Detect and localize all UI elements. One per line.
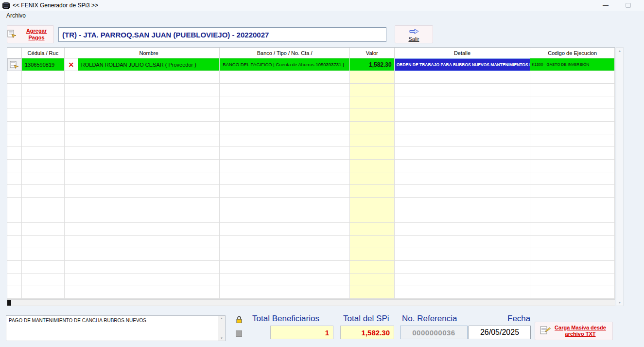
header-delete bbox=[65, 48, 78, 58]
grid-cell-empty bbox=[7, 223, 22, 236]
grid-cell-empty bbox=[220, 274, 350, 286]
grid-cell-empty bbox=[220, 261, 350, 274]
grid-cell-empty bbox=[220, 122, 350, 134]
grid-cell-empty bbox=[65, 286, 78, 299]
grid-cell-empty bbox=[530, 274, 615, 286]
grid-cell-empty bbox=[65, 172, 78, 185]
minimize-icon: — bbox=[603, 2, 609, 8]
vertical-scrollbar[interactable]: ▲ ▼ bbox=[616, 47, 624, 306]
grid-cell-empty bbox=[7, 286, 22, 299]
cell-detalle[interactable]: ORDEN DE TRABAJO PARA RUBROS NUEVOS MANT… bbox=[395, 58, 531, 71]
header-rowbutton bbox=[7, 48, 22, 58]
grid-cell-empty bbox=[78, 286, 220, 299]
descripcion-textarea[interactable]: PAGO DE MANTENIMIENTO DE CANCHA RUBROS N… bbox=[6, 315, 226, 341]
grid-row-empty bbox=[7, 248, 615, 261]
grid-cell-empty bbox=[350, 261, 395, 274]
grid-cell-empty bbox=[530, 172, 615, 185]
cell-banco[interactable]: BANCO DEL PACIFICO [ Cuenta de Ahorros 1… bbox=[220, 58, 350, 71]
grid-cell-empty bbox=[65, 261, 78, 274]
horizontal-scrollbar[interactable] bbox=[7, 299, 615, 306]
grid-cell-empty bbox=[65, 122, 78, 134]
row-delete-button[interactable]: ✕ bbox=[65, 58, 78, 71]
grid-cell-empty bbox=[7, 261, 22, 274]
grid-cell-empty bbox=[395, 210, 531, 223]
grid-cell-empty bbox=[350, 248, 395, 261]
grid-cell-empty bbox=[395, 223, 531, 236]
grid-cell-empty bbox=[530, 84, 615, 96]
grid-cell-empty bbox=[395, 71, 531, 84]
grid-row-empty bbox=[7, 198, 615, 210]
grid-cell-empty bbox=[220, 223, 350, 236]
grid-body: 1306590819✕ROLDAN ROLDAN JULIO CESAR ( P… bbox=[7, 58, 615, 299]
salir-arrow-icon bbox=[409, 28, 419, 36]
fecha-value[interactable]: 26/05/2025 bbox=[469, 326, 531, 339]
horizontal-scrollbar-thumb[interactable] bbox=[7, 300, 11, 306]
cell-valor[interactable]: 1,582.30 bbox=[350, 58, 395, 71]
grid-cell-empty bbox=[220, 198, 350, 210]
agregar-pagos-button[interactable]: Agregar Pagos bbox=[7, 25, 54, 43]
grid-cell-empty bbox=[530, 109, 615, 122]
header-detalle: Detalle bbox=[395, 48, 531, 58]
grid-row-empty bbox=[7, 71, 615, 84]
cell-cedula-ruc[interactable]: 1306590819 bbox=[22, 58, 65, 71]
grid-row-empty bbox=[7, 274, 615, 286]
grid-cell-empty bbox=[65, 248, 78, 261]
lock-icon[interactable] bbox=[236, 316, 243, 326]
salir-button[interactable]: Salir bbox=[395, 25, 433, 43]
grid-cell-empty bbox=[395, 274, 531, 286]
total-spi-label: Total del SPi bbox=[343, 314, 389, 324]
grid-cell-empty bbox=[350, 122, 395, 134]
grid-cell-empty bbox=[22, 96, 65, 109]
carga-masiva-label: Carga Masiva desde archivo TXT bbox=[553, 325, 608, 337]
grid-cell-empty bbox=[22, 134, 65, 147]
total-beneficiarios-label: Total Beneficiarios bbox=[252, 314, 319, 324]
fenix-window: { "window": { "title": "<< FENIX Generad… bbox=[0, 0, 644, 347]
grid-cell-empty bbox=[220, 134, 350, 147]
grid-cell-empty bbox=[22, 185, 65, 198]
scroll-up-icon: ▲ bbox=[220, 317, 223, 320]
header-nombre: Nombre bbox=[78, 48, 220, 58]
salir-label: Salir bbox=[408, 36, 419, 42]
grid-cell-empty bbox=[220, 185, 350, 198]
grid-cell-empty bbox=[395, 147, 531, 160]
grid-cell-empty bbox=[65, 147, 78, 160]
grid-cell-empty bbox=[350, 198, 395, 210]
title-bar: << FENIX Generador de SPi3 >> — bbox=[0, 0, 644, 11]
grid-cell-empty bbox=[22, 160, 65, 172]
grid-cell-empty bbox=[22, 286, 65, 299]
grid-cell-empty bbox=[78, 134, 220, 147]
menu-archivo[interactable]: Archivo bbox=[4, 12, 28, 19]
menu-bar: Archivo bbox=[0, 11, 644, 20]
header-banco-tipo-cta: Banco / Tipo / No. Cta / bbox=[220, 48, 350, 58]
minimize-button[interactable]: — bbox=[597, 0, 614, 11]
grid-row-empty bbox=[7, 122, 615, 134]
grid-cell-empty bbox=[530, 96, 615, 109]
agregar-pagos-label: Agregar Pagos bbox=[19, 28, 53, 40]
grid-cell-empty bbox=[22, 84, 65, 96]
carga-masiva-icon bbox=[540, 326, 551, 336]
row-edit-button[interactable] bbox=[7, 58, 22, 71]
grid-cell-empty bbox=[350, 84, 395, 96]
grid-cell-empty bbox=[220, 172, 350, 185]
entity-input[interactable] bbox=[58, 27, 386, 42]
carga-masiva-button[interactable]: Carga Masiva desde archivo TXT bbox=[535, 322, 613, 340]
grid-cell-empty bbox=[530, 71, 615, 84]
grid-cell-empty bbox=[78, 236, 220, 248]
grid-cell-empty bbox=[78, 210, 220, 223]
grid-row-empty bbox=[7, 172, 615, 185]
descripcion-scrollbar[interactable]: ▲ ▼ bbox=[218, 316, 225, 341]
cell-codigo-ejecucion[interactable]: K1300 - GASTO DE INVERSIÓN bbox=[530, 58, 615, 71]
grid-cell-empty bbox=[530, 223, 615, 236]
grid-cell-empty bbox=[530, 160, 615, 172]
no-referencia-value: 0000000036 bbox=[400, 326, 468, 339]
grid-cell-empty bbox=[7, 274, 22, 286]
grid-cell-empty bbox=[395, 261, 531, 274]
grid-cell-empty bbox=[65, 198, 78, 210]
grid-cell-empty bbox=[65, 160, 78, 172]
footer-checkbox[interactable] bbox=[236, 330, 242, 337]
grid-row-empty bbox=[7, 286, 615, 299]
grid-cell-empty bbox=[220, 109, 350, 122]
grid-cell-empty bbox=[350, 172, 395, 185]
maximize-button[interactable] bbox=[620, 0, 636, 11]
cell-nombre[interactable]: ROLDAN ROLDAN JULIO CESAR ( Proveedor ) bbox=[78, 58, 220, 71]
